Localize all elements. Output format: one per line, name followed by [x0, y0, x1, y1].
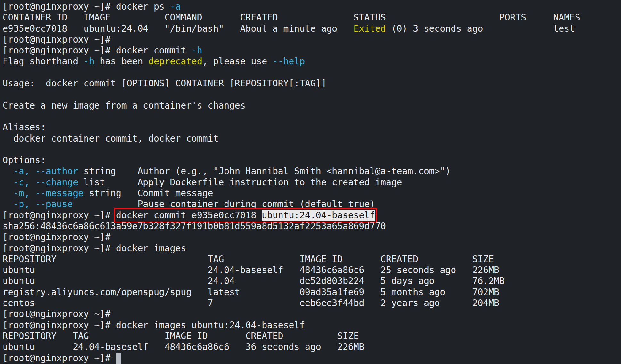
images-row-spug: registry.aliyuncs.com/openspug/spug late…: [3, 287, 621, 298]
ps-header-row: CONTAINER ID IMAGE COMMAND CREATED STATU…: [3, 12, 621, 23]
text-segment: Exited: [354, 23, 386, 34]
text-segment: -a, --author: [13, 166, 78, 176]
text-segment: [root@nginxproxy ~]# docker ps: [3, 1, 170, 12]
prompt-active: [root@nginxproxy ~]#: [3, 353, 621, 364]
text-segment: CONTAINER ID IMAGE COMMAND CREATED STATU…: [3, 12, 580, 23]
option-pause: -p, --pause Pause container during commi…: [3, 199, 621, 210]
text-segment: -h: [192, 45, 202, 56]
aliases-header: Aliases:: [3, 122, 621, 133]
text-segment: [root@nginxproxy ~]# docker images: [3, 243, 186, 254]
text-segment: REPOSITORY TAG IMAGE ID CREATED SIZE: [3, 254, 494, 264]
text-segment: -h: [84, 56, 94, 67]
text-segment: [root@nginxproxy ~]#: [3, 309, 110, 319]
prompt-idle-2: [root@nginxproxy ~]#: [3, 232, 621, 243]
prompt-idle-3: [root@nginxproxy ~]#: [3, 309, 621, 320]
text-segment: deprecated: [148, 56, 202, 67]
text-segment: -m, --message: [13, 188, 84, 198]
text-segment: Flag shorthand: [3, 56, 84, 67]
option-author: -a, --author string Author (e.g., "John …: [3, 166, 621, 177]
option-message: -m, --message string Commit message: [3, 188, 621, 199]
cmd-docker-commit-full: [root@nginxproxy ~]# docker commit e935e…: [3, 210, 621, 221]
text-segment: [root@nginxproxy ~]#: [3, 353, 116, 363]
text-segment: Create a new image from a container's ch…: [3, 100, 246, 111]
ps-row-test: e935e0cc7018 ubuntu:24.04 "/bin/bash" Ab…: [3, 23, 621, 34]
text-segment: [root@nginxproxy ~]# docker images ubunt…: [3, 320, 305, 330]
selected-text: ubuntu:24.04-baseself: [262, 210, 375, 221]
images2-row-ubuntu-baseself: ubuntu 24.04-baseself 48436c6a86c6 36 se…: [3, 342, 621, 352]
terminal-cursor: [116, 353, 121, 364]
text-segment: list Apply Dockerfile instruction to the…: [78, 177, 402, 188]
text-segment: , please use: [202, 56, 273, 67]
images-row-centos: centos 7 eeb6ee3f44bd 2 years ago 204MB: [3, 298, 621, 309]
text-segment: Aliases:: [3, 122, 46, 133]
text-segment: string Author (e.g., "John Hannibal Smit…: [78, 166, 451, 176]
blank-2: [3, 89, 621, 100]
text-segment: REPOSITORY TAG IMAGE ID CREATED SIZE: [3, 331, 359, 341]
text-segment: Usage: docker commit [OPTIONS] CONTAINER…: [3, 78, 326, 89]
text-segment: -a: [170, 1, 181, 12]
cmd-docker-ps: [root@nginxproxy ~]# docker ps -a: [3, 1, 621, 12]
text-segment: docker container commit, docker commit: [3, 133, 218, 144]
images-row-ubuntu-2404: ubuntu 24.04 de52d803b224 5 days ago 76.…: [3, 276, 621, 287]
text-segment: ubuntu 24.04 de52d803b224 5 days ago 76.…: [3, 276, 505, 286]
images-row-ubuntu-baseself: ubuntu 24.04-baseself 48436c6a86c6 25 se…: [3, 265, 621, 276]
commit-description: Create a new image from a container's ch…: [3, 100, 621, 111]
text-segment: e935e0cc7018 ubuntu:24.04 "/bin/bash" Ab…: [3, 23, 354, 34]
text-segment: -c, --change: [13, 177, 78, 188]
text-segment: ubuntu 24.04-baseself 48436c6a86c6 25 se…: [3, 265, 499, 275]
text-segment: string Commit message: [84, 188, 213, 198]
terminal-window[interactable]: [root@nginxproxy ~]# docker ps -aCONTAIN…: [0, 0, 621, 364]
images-header-row: REPOSITORY TAG IMAGE ID CREATED SIZE: [3, 254, 621, 265]
aliases-line: docker container commit, docker commit: [3, 133, 621, 144]
blank-1: [3, 67, 621, 78]
text-segment: registry.aliyuncs.com/openspug/spug late…: [3, 287, 499, 297]
highlight-red-box: docker commit e935e0cc7018 ubuntu:24.04-…: [116, 210, 375, 221]
text-segment: sha256:48436c6a86c613a59e7b328f327f191b0…: [3, 221, 386, 231]
text-segment: [3, 166, 13, 176]
cmd-docker-images-filtered: [root@nginxproxy ~]# docker images ubunt…: [3, 320, 621, 331]
cmd-docker-commit-h: [root@nginxproxy ~]# docker commit -h: [3, 45, 621, 56]
options-header: Options:: [3, 155, 621, 166]
text-segment: centos 7 eeb6ee3f44bd 2 years ago 204MB: [3, 298, 499, 308]
text-segment: [root@nginxproxy ~]# docker commit: [3, 45, 192, 56]
text-segment: [3, 177, 13, 188]
cmd-docker-images: [root@nginxproxy ~]# docker images: [3, 243, 621, 254]
text-segment: [3, 188, 13, 198]
prompt-idle-1: [root@nginxproxy ~]#: [3, 34, 621, 45]
text-segment: --help: [273, 56, 305, 67]
usage-line: Usage: docker commit [OPTIONS] CONTAINER…: [3, 78, 621, 89]
blank-4: [3, 144, 621, 155]
blank-3: [3, 111, 621, 122]
text-segment: Options:: [3, 155, 46, 166]
text-segment: ubuntu 24.04-baseself 48436c6a86c6 36 se…: [3, 342, 364, 352]
text-segment: Pause container during commit (default t…: [73, 199, 375, 209]
text-segment: [root@nginxproxy ~]#: [3, 34, 110, 45]
msg-flag-deprecated: Flag shorthand -h has been deprecated, p…: [3, 56, 621, 67]
text-segment: [root@nginxproxy ~]#: [3, 232, 110, 242]
images2-header-row: REPOSITORY TAG IMAGE ID CREATED SIZE: [3, 331, 621, 342]
terminal-screen: [root@nginxproxy ~]# docker ps -aCONTAIN…: [3, 1, 621, 364]
text-segment: docker commit e935e0cc7018: [116, 210, 262, 221]
text-segment: (0) 3 seconds ago test: [386, 23, 575, 34]
text-segment: [root@nginxproxy ~]#: [3, 210, 116, 221]
sha256-output: sha256:48436c6a86c613a59e7b328f327f191b0…: [3, 221, 621, 232]
text-segment: -p, --pause: [13, 199, 73, 209]
text-segment: has been: [94, 56, 149, 67]
option-change: -c, --change list Apply Dockerfile instr…: [3, 177, 621, 188]
text-segment: [3, 199, 13, 209]
